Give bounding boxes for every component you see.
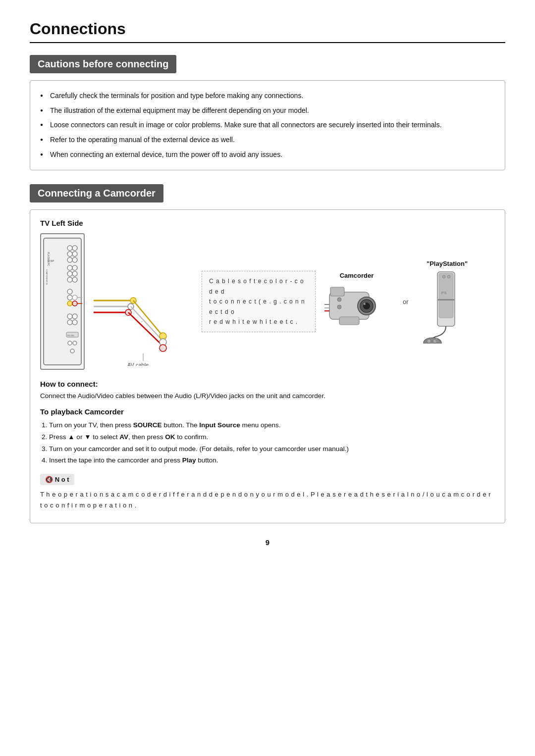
cautions-heading: Cautions before connecting <box>30 55 176 73</box>
svg-rect-53 <box>330 287 344 296</box>
svg-text:AV cable: AV cable <box>127 362 149 366</box>
svg-point-24 <box>67 314 72 319</box>
svg-point-45 <box>160 345 166 352</box>
svg-text:PS: PS <box>441 291 447 295</box>
how-to-connect-heading: How to connect: <box>40 380 495 388</box>
playstation-area: "PlayStation" PS <box>423 260 472 344</box>
svg-point-25 <box>72 314 77 319</box>
svg-rect-61 <box>439 273 453 318</box>
step-3: Turn on your camcorder and set it to out… <box>49 444 495 454</box>
svg-rect-54 <box>339 317 359 325</box>
tv-panel: PLASMA/PC COMP COMPONENT IN <box>40 233 85 370</box>
camcorder-label: Camcorder <box>340 272 374 279</box>
cable-svg: AV cable <box>94 237 193 366</box>
list-item: The illustration of the external equipme… <box>40 103 495 118</box>
note-icon: 🔇 <box>45 476 53 483</box>
svg-point-19 <box>72 295 77 300</box>
tv-left-side-label: TV Left Side <box>40 219 495 227</box>
svg-text:PLASMA/PC: PLASMA/PC <box>47 252 50 266</box>
note-text: T h e o p e r a t i o n s a c a m c o d … <box>40 489 495 511</box>
svg-point-65 <box>447 275 450 278</box>
svg-text:COMPONENT IN: COMPONENT IN <box>46 269 48 285</box>
list-item: Loose connectors can result in image or … <box>40 118 495 133</box>
how-to-connect: How to connect: Connect the Audio/Video … <box>40 380 495 402</box>
svg-point-56 <box>337 305 341 309</box>
svg-text:COMP: COMP <box>48 260 54 262</box>
playstation-svg: PS <box>423 269 472 344</box>
svg-point-32 <box>70 349 74 353</box>
svg-point-52 <box>364 303 366 305</box>
callout-text: C a b l e s o f t e c o l o r - c o d e … <box>209 278 305 325</box>
svg-point-55 <box>337 298 341 302</box>
svg-point-14 <box>67 277 72 282</box>
svg-rect-63 <box>438 299 454 301</box>
playstation-label: "PlayStation" <box>427 260 468 267</box>
svg-point-17 <box>67 295 72 300</box>
svg-point-15 <box>72 277 77 282</box>
camcorder-area: Camcorder <box>324 272 389 332</box>
svg-point-11 <box>72 265 77 270</box>
svg-point-5 <box>67 252 72 256</box>
list-item: Carefully check the terminals for positi… <box>40 89 495 103</box>
page-number: 9 <box>30 538 505 547</box>
to-playback-heading: To playback Camcorder <box>40 407 495 416</box>
svg-point-27 <box>72 320 77 325</box>
cautions-list: Carefully check the terminals for positi… <box>40 89 495 162</box>
list-item: When connecting an external device, turn… <box>40 148 495 162</box>
note-box: 🔇 N o t <box>40 474 74 485</box>
callout-box: C a b l e s o f t e c o l o r - c o d e … <box>202 271 316 332</box>
svg-text:RS-232: RS-232 <box>67 334 74 337</box>
step-1: Turn on your TV, then press SOURCE butto… <box>49 420 495 431</box>
svg-point-13 <box>72 271 77 276</box>
svg-point-3 <box>67 246 72 251</box>
svg-point-30 <box>68 341 72 345</box>
page-title: Connections <box>30 20 505 43</box>
svg-point-67 <box>427 339 431 343</box>
svg-point-10 <box>67 265 72 270</box>
steps-list: Turn on your TV, then press SOURCE butto… <box>40 420 495 465</box>
diagram-area: PLASMA/PC COMP COMPONENT IN <box>40 232 495 371</box>
connecting-box: TV Left Side PLASMA/PC COMP COMPONENT IN <box>30 209 505 523</box>
camcorder-svg <box>324 282 389 332</box>
note-label: N o t <box>55 476 69 483</box>
tv-panel-svg: PLASMA/PC COMP COMPONENT IN <box>43 237 82 366</box>
svg-point-26 <box>67 320 72 325</box>
cautions-box: Carefully check the terminals for positi… <box>30 80 505 170</box>
step-2: Press ▲ or ▼ to select AV, then press OK… <box>49 432 495 443</box>
svg-line-39 <box>131 306 163 341</box>
how-to-connect-text: Connect the Audio/Video cables between t… <box>40 391 495 402</box>
svg-point-16 <box>67 289 72 294</box>
svg-point-6 <box>72 252 77 256</box>
svg-point-18 <box>67 301 72 306</box>
connecting-heading: Connecting a Camcorder <box>30 184 163 202</box>
svg-point-64 <box>442 275 445 278</box>
svg-point-8 <box>72 257 77 262</box>
step-4: Insert the tape into the camcorder and p… <box>49 455 495 466</box>
or-label: or <box>403 298 409 305</box>
list-item: Refer to the operating manual of the ext… <box>40 133 495 148</box>
svg-point-4 <box>72 246 77 251</box>
svg-point-31 <box>73 341 77 345</box>
svg-point-70 <box>436 340 439 342</box>
svg-point-7 <box>67 257 72 262</box>
svg-point-12 <box>67 271 72 276</box>
to-playback-section: To playback Camcorder Turn on your TV, t… <box>40 407 495 465</box>
